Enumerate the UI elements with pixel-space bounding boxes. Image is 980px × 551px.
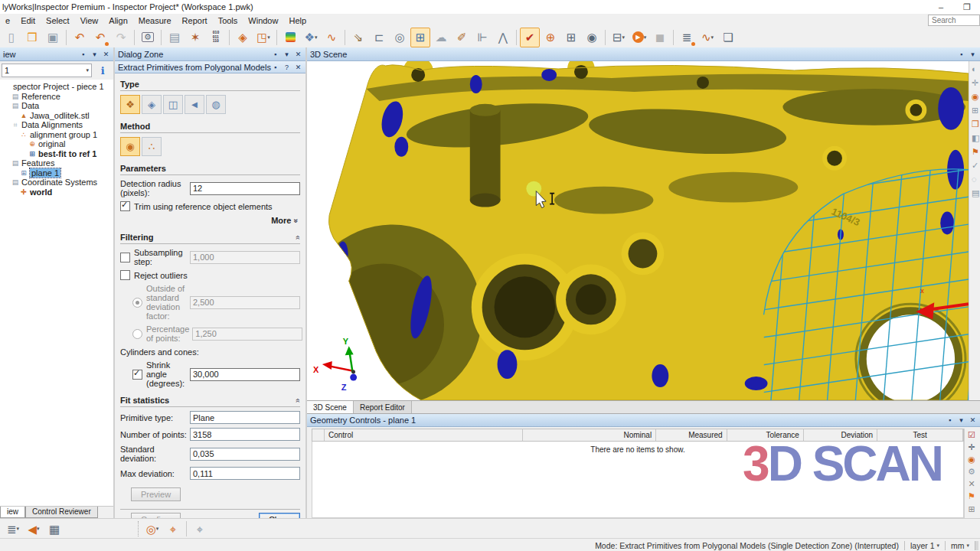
view-mode-icon[interactable]: ◐ [972,65,980,73]
shrink-angle-input[interactable]: 30,000 [190,368,300,381]
preview-button[interactable]: Preview [131,487,181,501]
tree-item-features[interactable]: ▤Features [0,158,113,168]
undo-all-button[interactable]: ↶ [90,28,110,47]
menu-item-edit[interactable]: Edit [15,15,41,26]
colormap-cube-button[interactable] [280,28,300,47]
pin-icon[interactable]: ▪ [271,64,279,71]
3d-model-viewport[interactable]: x 1104/3 X [307,61,969,400]
menu-item-view[interactable]: View [75,15,104,26]
redo-button[interactable]: ↷ [111,28,131,47]
import-file-button[interactable]: ▤ [165,28,185,47]
move-control-icon[interactable]: ✛ [968,442,975,452]
layers-tool-icon[interactable]: ▤ [972,189,980,197]
flag-control-icon[interactable]: ⚑ [968,491,975,500]
delete-control-icon[interactable]: ✕ [968,479,975,488]
rotate-3d-object-button[interactable]: ◈ [233,28,253,47]
tree-item-reference[interactable]: ▤Reference [0,92,113,102]
type-all-primitives-button[interactable]: ❖ [120,95,140,114]
pin-icon[interactable]: ▪ [957,51,965,58]
menu-item-align[interactable]: Align [103,15,132,26]
control-checklist-icon[interactable]: ☑ [968,430,975,439]
stop-hand-button[interactable]: ◼ [650,28,670,47]
units-dropdown[interactable]: mm ▾ [951,541,969,550]
close-icon[interactable]: ✕ [102,51,110,58]
dropdown-arrow-icon[interactable]: ▾ [156,526,159,532]
caliper-button[interactable]: ⊏ [369,28,389,47]
rotate-view-icon[interactable]: ◉ [972,93,980,101]
add-snapshot-button[interactable]: ⊕ [541,28,560,47]
layer-dropdown[interactable]: layer 1 ▾ [910,541,939,550]
menu-item-select[interactable]: Select [41,15,75,26]
dropdown-arrow-icon[interactable]: ▾ [37,526,40,532]
point-cloud-button[interactable]: ☁ [431,28,451,47]
tree-item-plane-1[interactable]: ⊞plane 1 [0,168,113,178]
menu-item-e[interactable]: e [0,15,15,26]
object-info-button[interactable]: ℹ [93,64,112,77]
type-plane-button[interactable]: ◈ [142,95,162,114]
projector-button[interactable]: ◀▾ [24,519,44,539]
close-button[interactable]: Close [259,513,300,518]
wrench-settings-icon[interactable]: ⚙ [968,467,975,476]
close-icon[interactable]: ✕ [294,51,302,58]
type-cone-button[interactable]: ◄ [185,95,204,114]
more-label[interactable]: More [271,216,291,225]
tab-control-reviewer[interactable]: Control Reviewer [25,507,98,518]
flag-annotation-icon[interactable]: ⚑ [972,148,980,156]
display-filter-button[interactable]: ≣▾ [3,519,23,539]
tree-item-alignment-group-1[interactable]: ∴alignment group 1 [0,130,113,140]
subsampling-checkbox[interactable] [120,253,130,262]
measurement-navigator-button[interactable]: ⊞ [410,28,430,47]
column-header-deviation[interactable]: Deviation [804,429,877,441]
find-feature-button[interactable]: ◎ [390,28,410,47]
chart-view-button[interactable]: ∿▾ [697,28,717,47]
dropdown-arrow-icon[interactable]: ▾ [267,34,270,41]
tab-report-editor[interactable]: Report Editor [354,401,412,413]
cmm-arm-button[interactable]: ⌖ [190,519,210,539]
chevron-down-icon[interactable]: ▾ [90,51,99,58]
table-view-button[interactable]: ⊞ [561,28,581,47]
column-header-tolerance[interactable]: Tolerance [727,429,804,441]
extract-curves-button[interactable]: ∿ [322,28,341,47]
tree-item-data-alignments[interactable]: ⌗Data Alignments [0,120,113,130]
dropdown-arrow-icon[interactable]: ▾ [622,34,626,41]
tree-item-original[interactable]: ⊕original [0,139,113,149]
tree-item-best-fit-to-ref-1[interactable]: ⊞best-fit to ref 1 [0,149,113,159]
gauge-button[interactable]: ⊩ [472,28,492,47]
type-sphere-button[interactable]: ◍ [206,95,226,114]
grid-control-icon[interactable]: ⊞ [968,504,975,514]
tab-iew[interactable]: iew [0,507,25,518]
camera-capture-button[interactable]: ◉ [582,28,602,47]
menu-item-help[interactable]: Help [283,15,312,26]
new-document-button[interactable]: ▯ [2,28,21,47]
compass-button[interactable]: ⋀ [493,28,513,47]
close-icon[interactable]: ✕ [294,64,302,71]
reject-outliers-checkbox[interactable] [120,270,130,280]
control-checklist-button[interactable]: ✔ [520,28,540,47]
method-multiple-detection-zones-button[interactable]: ∴ [142,137,162,156]
piece-selector[interactable]: 1 ▾ [2,64,92,77]
shrink-angle-checkbox[interactable] [132,370,142,380]
compare-objects-button[interactable]: ❖▾ [301,28,321,47]
chevron-down-icon[interactable]: ▾ [283,51,291,58]
pin-icon[interactable]: ▪ [946,416,954,424]
chevron-double-up-icon[interactable]: » [294,235,302,240]
pin-icon[interactable]: ▪ [271,51,279,58]
detection-targets-button[interactable]: ◎▾ [142,519,162,539]
search-input[interactable] [928,15,980,26]
trim-checkbox[interactable] [120,201,130,211]
detection-radius-input[interactable]: 12 [190,182,300,195]
split-view-icon[interactable]: ◧ [972,134,980,142]
column-header-nominal[interactable]: Nominal [523,429,656,441]
chevron-double-down-icon[interactable]: » [292,218,301,223]
menu-item-report[interactable]: Report [177,15,213,26]
minimize-button[interactable]: – [928,2,954,12]
digital-readout-button[interactable]: 010 011 110 [206,28,226,47]
column-header-test[interactable]: Test [877,429,963,441]
chevron-double-up-icon[interactable]: » [294,398,302,403]
grid-display-icon[interactable]: ⊞ [972,106,980,115]
workspace-options-button[interactable]: ⚙ [138,28,158,47]
menu-item-tools[interactable]: Tools [213,15,243,26]
column-header-measured[interactable]: Measured [656,429,727,441]
dropdown-arrow-icon[interactable]: ▾ [315,34,318,41]
undo-button[interactable]: ↶ [70,28,90,47]
